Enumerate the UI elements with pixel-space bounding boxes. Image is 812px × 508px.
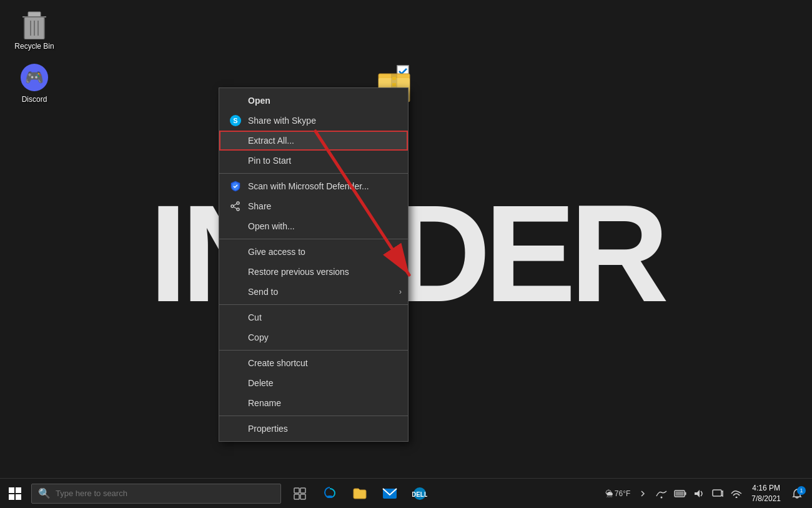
search-icon: 🔍 — [38, 487, 51, 499]
svg-point-36 — [736, 496, 738, 498]
menu-separator-5 — [219, 416, 408, 416]
menu-item-properties[interactable]: Properties — [219, 419, 408, 439]
menu-separator-1 — [219, 173, 408, 174]
menu-item-extract-all[interactable]: Extract All... — [219, 131, 408, 151]
delete-icon — [229, 377, 242, 389]
svg-rect-1 — [28, 12, 41, 17]
taskbar-icons: DELL — [286, 479, 433, 509]
svg-point-31 — [661, 496, 663, 498]
discord-image: 🎮 — [19, 62, 49, 92]
svg-point-27 — [327, 496, 333, 498]
send-to-chevron: › — [399, 287, 402, 296]
give-access-icon — [229, 246, 242, 258]
svg-rect-33 — [685, 492, 686, 495]
menu-item-delete[interactable]: Delete — [219, 373, 408, 393]
system-tray: 🌦 76°F — [603, 483, 812, 504]
extract-icon — [229, 134, 242, 147]
dell-icon[interactable]: DELL — [406, 479, 433, 509]
svg-point-16 — [237, 202, 239, 204]
discord-icon[interactable]: 🎮 Discord — [9, 62, 59, 104]
context-menu: Open S Share with Skype Extract All... P… — [219, 87, 408, 442]
svg-rect-26 — [300, 494, 305, 499]
recycle-bin-image — [19, 9, 49, 39]
volume-icon[interactable] — [690, 485, 708, 502]
skype-icon: S — [229, 114, 242, 127]
task-view-button[interactable] — [286, 479, 314, 509]
weather-widget[interactable]: 🌦 76°F — [603, 489, 633, 498]
start-button[interactable] — [0, 479, 30, 509]
svg-line-20 — [234, 207, 237, 209]
menu-separator-3 — [219, 304, 408, 305]
menu-item-open[interactable]: Open — [219, 91, 408, 111]
restore-icon — [229, 266, 242, 278]
notification-badge: 1 — [797, 486, 806, 495]
show-hidden-icons[interactable] — [634, 485, 651, 502]
notification-center[interactable]: 1 — [787, 484, 807, 504]
pin-icon — [229, 154, 242, 167]
svg-rect-35 — [713, 490, 721, 496]
svg-text:DELL: DELL — [412, 491, 427, 498]
menu-item-defender[interactable]: Scan with Microsoft Defender... — [219, 176, 408, 196]
send-to-icon — [229, 286, 242, 298]
mail-icon[interactable] — [376, 479, 404, 509]
menu-item-give-access[interactable]: Give access to › — [219, 242, 408, 262]
system-clock[interactable]: 4:16 PM 7/8/2021 — [746, 483, 786, 504]
defender-icon — [229, 180, 242, 192]
svg-rect-13 — [392, 77, 396, 80]
search-input[interactable] — [56, 489, 274, 498]
menu-item-rename[interactable]: Rename — [219, 393, 408, 413]
network-icon[interactable] — [653, 485, 670, 502]
menu-item-share[interactable]: Share — [219, 196, 408, 216]
windows-logo — [9, 487, 21, 500]
properties-icon — [229, 422, 242, 435]
share-icon — [229, 200, 242, 212]
svg-rect-34 — [676, 491, 684, 496]
svg-point-18 — [237, 208, 239, 211]
copy-icon — [229, 331, 242, 344]
discord-label: Discord — [22, 95, 47, 104]
svg-rect-14 — [392, 83, 396, 86]
shortcut-icon — [229, 357, 242, 369]
menu-item-send-to[interactable]: Send to › — [219, 282, 408, 302]
taskbar-search[interactable]: 🔍 — [31, 484, 281, 504]
svg-rect-24 — [300, 488, 305, 493]
recycle-bin-icon[interactable]: Recycle Bin — [9, 9, 59, 51]
file-explorer-icon[interactable] — [346, 479, 374, 509]
menu-item-pin-start[interactable]: Pin to Start — [219, 151, 408, 171]
edge-icon[interactable] — [316, 479, 344, 509]
menu-item-restore[interactable]: Restore previous versions — [219, 262, 408, 282]
clock-date: 7/8/2021 — [751, 494, 781, 504]
svg-line-19 — [234, 204, 237, 206]
rename-icon — [229, 397, 242, 409]
menu-item-open-with[interactable]: Open with... — [219, 216, 408, 236]
menu-item-copy[interactable]: Copy — [219, 327, 408, 347]
recycle-bin-label: Recycle Bin — [14, 42, 54, 51]
clock-time: 4:16 PM — [752, 483, 780, 494]
open-icon — [229, 94, 242, 107]
menu-separator-4 — [219, 350, 408, 351]
open-with-icon — [229, 220, 242, 232]
svg-rect-23 — [294, 488, 299, 493]
weather-temp: 76°F — [615, 489, 630, 498]
taskbar: 🔍 — [0, 478, 812, 508]
give-access-chevron: › — [399, 247, 402, 256]
svg-rect-25 — [294, 494, 299, 499]
cut-icon — [229, 311, 242, 324]
menu-item-share-skype[interactable]: S Share with Skype — [219, 111, 408, 131]
weather-icon: 🌦 — [605, 489, 613, 498]
menu-item-cut[interactable]: Cut — [219, 307, 408, 327]
menu-separator-2 — [219, 239, 408, 239]
svg-text:🎮: 🎮 — [25, 68, 44, 86]
screen-record-icon[interactable] — [709, 485, 726, 502]
battery-icon[interactable] — [671, 485, 689, 502]
svg-point-17 — [231, 205, 234, 207]
wifi-icon[interactable] — [728, 485, 745, 502]
menu-item-create-shortcut[interactable]: Create shortcut — [219, 353, 408, 373]
